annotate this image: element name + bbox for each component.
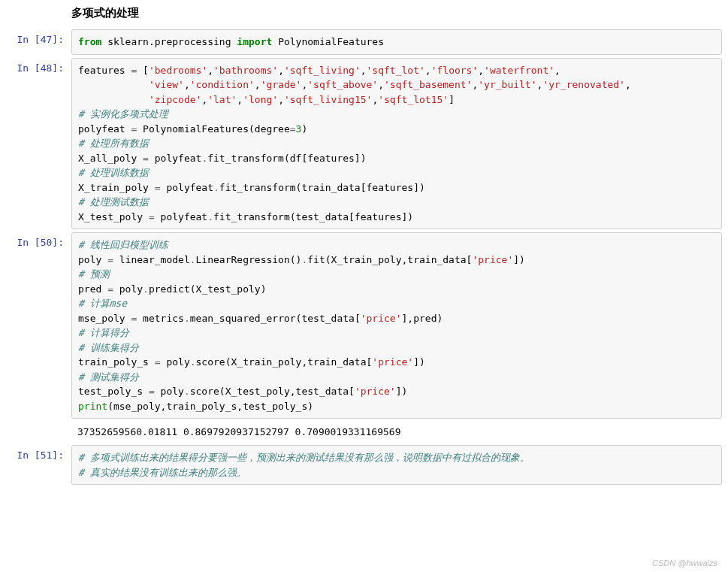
cell-body: # 线性回归模型训练 poly = linear_model.LinearReg… (71, 232, 728, 419)
cell-body: from sklearn.preprocessing import Polyno… (71, 29, 728, 55)
code-input[interactable]: features = ['bedrooms','bathrooms','sqft… (71, 58, 722, 230)
input-prompt: In [50]: (0, 232, 71, 419)
code-cell: In [51]:# 多项式训练出来的结果得分要强一些，预测出来的测试结果没有那么… (0, 445, 728, 485)
input-prompt: In [48]: (0, 58, 71, 230)
cell-body: # 多项式训练出来的结果得分要强一些，预测出来的测试结果没有那么强，说明数据中有… (71, 445, 728, 485)
code-cell: In [47]:from sklearn.preprocessing impor… (0, 29, 728, 55)
output-prompt (0, 422, 71, 442)
code-cell: In [48]:features = ['bedrooms','bathroom… (0, 58, 728, 230)
code-cell: In [50]:# 线性回归模型训练 poly = linear_model.L… (0, 232, 728, 419)
stdout-output: 37352659560.01811 0.8697920937152797 0.7… (71, 422, 722, 442)
watermark: CSDN @hwwaizs (652, 558, 717, 567)
input-prompt: In [51]: (0, 445, 71, 485)
code-input[interactable]: # 线性回归模型训练 poly = linear_model.LinearReg… (71, 232, 722, 419)
section-heading: 多项式的处理 (71, 0, 728, 26)
notebook: 多项式的处理 In [47]:from sklearn.preprocessin… (0, 0, 728, 510)
output-cell: 37352659560.01811 0.8697920937152797 0.7… (0, 422, 728, 442)
input-prompt: In [47]: (0, 29, 71, 55)
cell-body: features = ['bedrooms','bathrooms','sqft… (71, 58, 728, 230)
code-input[interactable]: from sklearn.preprocessing import Polyno… (71, 29, 722, 55)
code-input[interactable]: # 多项式训练出来的结果得分要强一些，预测出来的测试结果没有那么强，说明数据中有… (71, 445, 722, 485)
